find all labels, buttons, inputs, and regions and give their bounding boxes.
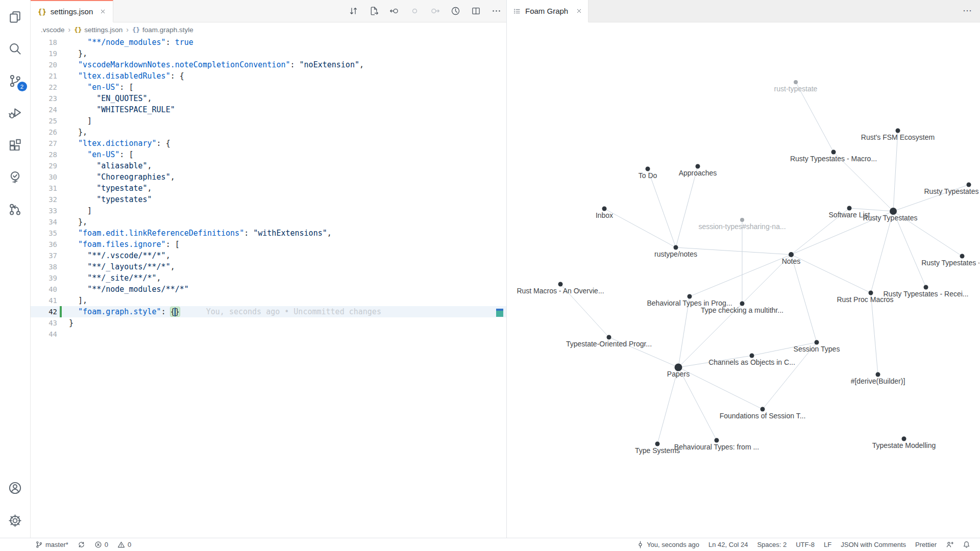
more-actions-button[interactable]	[492, 6, 501, 16]
line-number: 25	[31, 115, 57, 127]
status-formatter[interactable]: Prettier	[911, 538, 941, 551]
code-line-33: 33 ]	[31, 205, 506, 216]
graph-node[interactable]	[696, 164, 700, 169]
graph-node[interactable]	[715, 438, 719, 443]
activity-item-source-control[interactable]: 2	[3, 68, 28, 93]
graph-node[interactable]	[869, 291, 873, 295]
graph-node[interactable]	[655, 442, 660, 446]
graph-node-label: Session Types	[794, 345, 840, 353]
activity-item-extensions[interactable]	[3, 133, 28, 157]
next-change-button[interactable]	[430, 6, 440, 16]
graph-node[interactable]	[924, 285, 928, 290]
code-editor[interactable]: 18 "**/node_modules": true19 },20 "vscod…	[31, 37, 506, 538]
split-editor-button[interactable]	[471, 6, 481, 16]
activity-item-settings[interactable]	[3, 508, 28, 533]
account-icon	[8, 481, 22, 495]
status-warnings[interactable]: 0	[113, 538, 136, 551]
graph-node-label: Notes	[782, 257, 801, 265]
line-number: 34	[31, 216, 57, 228]
close-icon[interactable]	[574, 6, 584, 16]
code-line-28: 28 "en-US": [	[31, 149, 506, 160]
activity-item-search[interactable]	[3, 36, 28, 61]
code-line-19: 19 },	[31, 48, 506, 59]
status-git-branch[interactable]: master*	[31, 538, 73, 551]
status-notifications[interactable]	[958, 538, 975, 551]
graph-node[interactable]	[960, 254, 965, 259]
open-preview-button[interactable]	[369, 6, 379, 16]
line-number: 32	[31, 194, 57, 205]
activity-item-testing-tree[interactable]	[3, 165, 28, 189]
graph-node[interactable]	[558, 282, 563, 287]
breadcrumb-item[interactable]: {}foam.graph.style	[132, 26, 193, 34]
line-number: 23	[31, 93, 57, 104]
code-line-26: 26 },	[31, 127, 506, 138]
breadcrumb-item[interactable]: {}settings.json	[74, 26, 122, 34]
change-marker-button[interactable]	[410, 6, 420, 16]
file-history-button[interactable]	[451, 6, 460, 16]
graph-node[interactable]	[789, 252, 794, 257]
graph-node[interactable]	[688, 294, 692, 299]
tab-foam-graph[interactable]: Foam Graph	[507, 0, 589, 22]
status-indentation[interactable]: Spaces: 2	[752, 538, 791, 551]
graph-node[interactable]	[602, 207, 607, 211]
activity-item-explorer[interactable]	[3, 4, 28, 29]
activity-item-run-debug[interactable]	[3, 101, 28, 125]
previous-change-button[interactable]	[389, 6, 399, 16]
editor-toolbar	[349, 0, 501, 21]
line-number: 36	[31, 239, 57, 250]
close-icon[interactable]	[97, 7, 108, 17]
graph-node[interactable]	[902, 437, 906, 441]
line-number: 40	[31, 284, 57, 295]
status-cursor-position[interactable]: Ln 42, Col 24	[704, 538, 752, 551]
open-changes-button[interactable]	[349, 6, 358, 16]
graph-node[interactable]	[876, 372, 880, 377]
line-number: 41	[31, 295, 57, 306]
graph-node[interactable]	[674, 245, 678, 250]
activity-item-accounts[interactable]	[3, 475, 28, 500]
graph-edge	[676, 166, 698, 247]
status-eol[interactable]: LF	[819, 538, 836, 551]
code-line-39: 39 "**/_site/**/*",	[31, 272, 506, 284]
graph-node-label: Rusty Typestates	[863, 214, 917, 222]
graph-node[interactable]	[740, 218, 744, 222]
graph-node[interactable]	[794, 80, 798, 84]
status-sync[interactable]	[73, 538, 90, 551]
graph-node[interactable]	[847, 206, 852, 211]
json-file-icon: {}	[38, 8, 46, 16]
status-feedback[interactable]	[941, 538, 958, 551]
status-errors[interactable]: 0	[90, 538, 113, 551]
graph-node[interactable]	[815, 340, 819, 345]
graph-node[interactable]	[967, 183, 971, 187]
breadcrumb-item[interactable]: .vscode	[41, 26, 65, 34]
graph-node[interactable]	[896, 129, 900, 133]
more-icon	[492, 6, 501, 16]
graph-node[interactable]	[646, 167, 650, 171]
graph-node[interactable]	[740, 302, 745, 306]
code-line-36: 36 "foam.files.ignore": [	[31, 239, 506, 250]
line-number: 22	[31, 82, 57, 93]
graph-node[interactable]	[607, 335, 611, 340]
graph-node-label: Inbox	[596, 211, 613, 219]
more-actions-icon[interactable]: ⋯	[963, 0, 973, 21]
status-language-mode[interactable]: JSON with Comments	[836, 538, 911, 551]
blame-ghost-text: You, seconds ago • Uncommitted changes	[206, 307, 381, 316]
breadcrumb-separator: ›	[68, 26, 71, 34]
foam-graph-canvas[interactable]: rust-typestateRust's FSM EcosystemRusty …	[507, 22, 980, 538]
code-line-21: 21 "ltex.disabledRules": {	[31, 70, 506, 82]
graph-edge	[690, 255, 791, 296]
activity-bar: 2	[0, 0, 31, 538]
graph-node[interactable]	[831, 150, 836, 155]
graph-node[interactable]	[750, 354, 754, 358]
code-line-22: 22 "en-US": [	[31, 82, 506, 93]
status-blame-annotation[interactable]: You, seconds ago	[632, 538, 704, 551]
status-encoding[interactable]: UTF-8	[791, 538, 819, 551]
tab-settings-json[interactable]: {} settings.json	[31, 0, 113, 22]
line-number: 38	[31, 261, 57, 272]
graph-node[interactable]	[761, 407, 765, 412]
text-cursor	[175, 308, 176, 316]
activity-item-git-graph[interactable]	[3, 197, 28, 221]
gear-icon	[8, 514, 22, 528]
line-number: 33	[31, 205, 57, 216]
line-number: 30	[31, 171, 57, 183]
graph-node-label: Rusty Typestates	[924, 187, 978, 195]
